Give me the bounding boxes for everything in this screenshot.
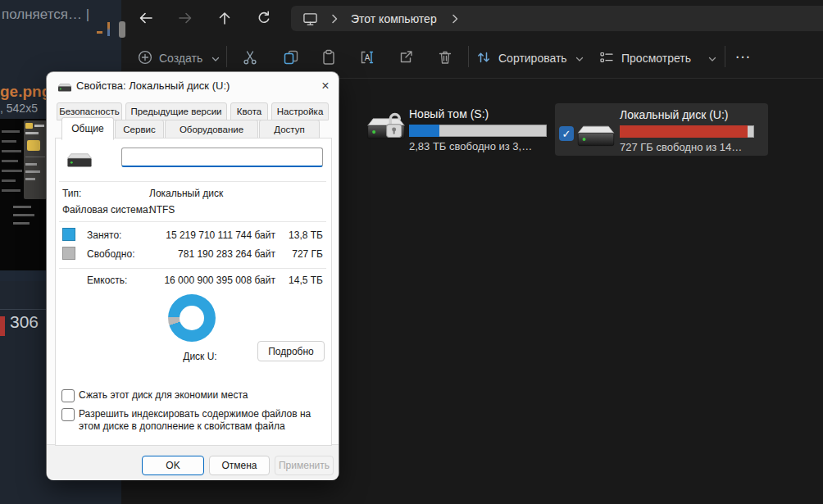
delete-icon[interactable] [437,49,453,66]
thumb-text-line [25,163,37,166]
thumb-text-line [25,170,40,173]
address-bar[interactable]: Этот компьютер [291,6,823,31]
thumb-text-line [13,222,30,225]
cancel-button[interactable]: Отмена [209,456,270,475]
thumb-text-line [13,206,31,208]
index-checkbox[interactable] [61,408,75,421]
tab-tools[interactable]: Сервис [115,120,164,139]
tab-sharing[interactable]: Доступ [259,120,320,139]
rename-icon[interactable]: A [359,49,375,66]
thumb-text-line [13,214,34,216]
details-button[interactable]: Подробно [257,341,325,361]
text-cursor [107,22,110,36]
drive-free-text: 727 ГБ свободно из 14… [620,141,742,153]
filesystem-label: Файловая система: [62,204,151,216]
drive-icon [575,120,617,151]
background-thumbnail [0,119,47,281]
tab-general[interactable]: Общие [61,117,114,140]
capacity-bytes: 16 000 900 395 008 байт [105,275,275,286]
apply-button[interactable]: Применить [275,456,334,475]
refresh-icon [256,10,272,26]
explorer-chrome: Этот компьютер Создать A Сортирова [121,0,823,79]
paste-icon[interactable] [321,49,337,66]
toolbar-divider [725,46,725,67]
drive-icon [57,83,72,93]
thumb-band [0,270,47,281]
drive-name: Новый том (S:) [409,107,489,120]
this-pc-icon [302,11,318,26]
ok-button[interactable]: OK [142,456,204,475]
tab-quota[interactable]: Квота [230,102,268,120]
refresh-button[interactable] [251,5,277,31]
divider [59,181,326,182]
breadcrumb[interactable]: Этот компьютер [351,12,437,25]
donut-hole [180,306,204,330]
background-counter: 306 [10,312,39,332]
close-button[interactable]: × [317,78,334,94]
cut-icon[interactable] [242,49,258,66]
copy-icon[interactable] [283,49,299,66]
drive-icon [66,149,93,170]
background-filename: ge.png [0,83,51,101]
clipped-text-fragment [97,31,102,34]
used-bytes: 15 219 710 111 744 байт [105,229,275,241]
plus-circle-icon [138,50,152,65]
compress-checkbox[interactable] [61,389,75,402]
free-space-swatch [62,247,75,260]
thumb-text-line [2,150,21,152]
tab-customize[interactable]: Настройка [271,102,329,120]
chevron-right-icon[interactable] [452,14,458,24]
usage-donut [168,294,216,342]
thumb-text-line [2,189,20,192]
forward-button[interactable] [172,5,198,31]
thumb-text-line [25,132,39,134]
toolbar-divider [226,46,227,67]
thumb-text-line [34,125,44,127]
thumb-text-line [25,178,35,180]
background-image-dimensions: , 542x5 [0,102,38,115]
folder-icon [25,123,33,129]
thumb-text-line [2,140,16,143]
volume-label-input[interactable] [121,148,323,167]
sort-arrows-icon [475,49,492,66]
chevron-right-icon[interactable] [331,14,338,24]
share-icon[interactable] [398,49,414,66]
compress-checkbox-label: Сжать этот диск для экономии места [79,389,325,402]
divider [59,221,326,222]
svg-text:A: A [365,53,371,62]
window-edge-handle[interactable] [119,21,125,38]
tab-previous-versions[interactable]: Предыдущие версии [125,102,227,120]
thumb-text-line [2,170,22,172]
view-list-icon [598,49,615,66]
back-button[interactable] [133,5,159,31]
chevron-down-icon [211,57,220,62]
drive-free-text: 2,83 ТБ свободно из 3,… [409,140,532,152]
screen: полняется… | ge.png , 542x5 306 [0,0,823,504]
view-button-label: Просмотреть [621,52,691,65]
drive-usage-bar [620,125,754,138]
arrow-up-icon [216,10,233,26]
check-icon: ✓ [562,128,571,140]
used-size: 13,8 ТБ [275,229,323,241]
close-icon: × [321,79,329,93]
drive-tile-u[interactable]: ✓ Локальный диск (U:) 727 ГБ свободно из… [555,103,768,156]
more-options-button[interactable]: … [734,43,752,62]
tab-hardware[interactable]: Оборудование [165,120,258,139]
up-button[interactable] [211,5,238,31]
sort-button-label: Сортировать [498,52,567,65]
background-snippet-text: полняется… | [2,7,89,23]
drive-usage-bar [409,125,547,137]
thumb-text-line [2,179,16,182]
drive-name: Локальный диск (U:) [620,108,729,121]
selection-checkbox[interactable]: ✓ [559,126,574,141]
chevron-down-icon [575,57,584,62]
dialog-title: Свойства: Локальный диск (U:) [76,79,230,92]
arrow-right-icon [177,10,193,26]
general-tab-page: Тип: Локальный диск Файловая система: NT… [55,138,332,446]
free-bytes: 781 190 283 264 байт [105,248,275,260]
bitlocker-unlocked-icon [384,111,406,145]
drive-usage-fill [620,125,748,138]
new-button-label: Создать [159,52,202,65]
drive-tile-s[interactable]: Новый том (S:) 2,83 ТБ свободно из 3,… [365,105,552,156]
disk-chart-label: Диск U: [146,351,254,362]
